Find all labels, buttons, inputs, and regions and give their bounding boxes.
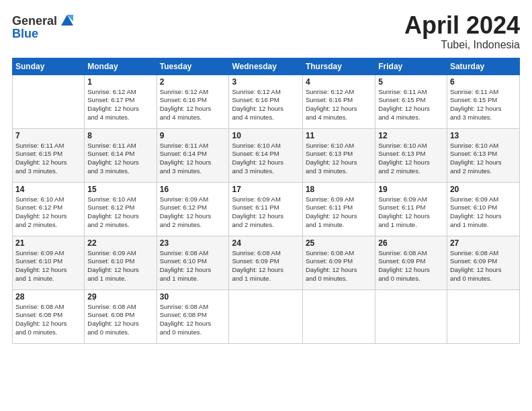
day-number: 3 (232, 77, 299, 87)
table-row: 25Sunrise: 6:08 AMSunset: 6:09 PMDayligh… (302, 236, 375, 289)
table-row: 30Sunrise: 6:08 AMSunset: 6:08 PMDayligh… (157, 289, 229, 343)
table-row: 10Sunrise: 6:10 AMSunset: 6:14 PMDayligh… (229, 128, 302, 182)
col-friday: Friday (375, 58, 447, 75)
calendar-table: Sunday Monday Tuesday Wednesday Thursday… (12, 58, 520, 344)
day-info: Sunrise: 6:08 AMSunset: 6:09 PMDaylight:… (378, 249, 444, 283)
table-row: 13Sunrise: 6:10 AMSunset: 6:13 PMDayligh… (447, 128, 519, 182)
calendar-week-row: 1Sunrise: 6:12 AMSunset: 6:17 PMDaylight… (13, 75, 520, 128)
day-number: 29 (87, 292, 153, 302)
table-row: 7Sunrise: 6:11 AMSunset: 6:15 PMDaylight… (13, 128, 85, 182)
day-info: Sunrise: 6:08 AMSunset: 6:09 PMDaylight:… (232, 249, 299, 283)
calendar-week-row: 28Sunrise: 6:08 AMSunset: 6:08 PMDayligh… (13, 289, 520, 343)
table-row: 17Sunrise: 6:09 AMSunset: 6:11 PMDayligh… (229, 182, 302, 236)
table-row: 1Sunrise: 6:12 AMSunset: 6:17 PMDaylight… (85, 75, 157, 128)
day-number: 18 (306, 185, 372, 194)
day-info: Sunrise: 6:09 AMSunset: 6:12 PMDaylight:… (160, 195, 226, 230)
table-row: 28Sunrise: 6:08 AMSunset: 6:08 PMDayligh… (13, 289, 85, 343)
day-info: Sunrise: 6:10 AMSunset: 6:13 PMDaylight:… (378, 142, 444, 176)
day-info: Sunrise: 6:10 AMSunset: 6:14 PMDaylight:… (232, 142, 299, 176)
logo: General Blue (12, 12, 76, 41)
day-number: 19 (378, 185, 444, 194)
day-info: Sunrise: 6:09 AMSunset: 6:11 PMDaylight:… (378, 195, 444, 230)
table-row: 19Sunrise: 6:09 AMSunset: 6:11 PMDayligh… (375, 182, 447, 236)
table-row: 12Sunrise: 6:10 AMSunset: 6:13 PMDayligh… (375, 128, 447, 182)
calendar-week-row: 14Sunrise: 6:10 AMSunset: 6:12 PMDayligh… (13, 182, 520, 236)
day-number: 26 (378, 238, 444, 248)
table-row: 22Sunrise: 6:09 AMSunset: 6:10 PMDayligh… (85, 236, 157, 289)
table-row: 27Sunrise: 6:08 AMSunset: 6:09 PMDayligh… (447, 236, 519, 289)
day-info: Sunrise: 6:11 AMSunset: 6:15 PMDaylight:… (450, 88, 517, 122)
day-info: Sunrise: 6:08 AMSunset: 6:08 PMDaylight:… (160, 303, 226, 337)
day-number: 25 (306, 238, 372, 248)
day-number: 27 (450, 238, 517, 248)
day-number: 14 (15, 185, 81, 194)
day-info: Sunrise: 6:10 AMSunset: 6:12 PMDaylight:… (87, 195, 153, 230)
table-row: 15Sunrise: 6:10 AMSunset: 6:12 PMDayligh… (85, 182, 157, 236)
day-number: 6 (450, 77, 517, 87)
title-area: April 2024 Tubei, Indonesia (404, 12, 520, 51)
table-row (302, 289, 375, 343)
table-row: 8Sunrise: 6:11 AMSunset: 6:14 PMDaylight… (85, 128, 157, 182)
day-number: 20 (450, 185, 517, 194)
day-info: Sunrise: 6:10 AMSunset: 6:13 PMDaylight:… (450, 142, 517, 176)
table-row: 9Sunrise: 6:11 AMSunset: 6:14 PMDaylight… (157, 128, 229, 182)
table-row: 20Sunrise: 6:09 AMSunset: 6:10 PMDayligh… (447, 182, 519, 236)
logo-general: General (12, 14, 57, 28)
day-number: 1 (87, 77, 153, 87)
logo-blue: Blue (12, 27, 38, 41)
table-row: 23Sunrise: 6:08 AMSunset: 6:10 PMDayligh… (157, 236, 229, 289)
day-info: Sunrise: 6:12 AMSunset: 6:16 PMDaylight:… (232, 88, 299, 122)
table-row (229, 289, 302, 343)
day-number: 22 (87, 238, 153, 248)
day-info: Sunrise: 6:12 AMSunset: 6:16 PMDaylight:… (306, 88, 372, 122)
day-info: Sunrise: 6:08 AMSunset: 6:08 PMDaylight:… (15, 303, 81, 337)
day-info: Sunrise: 6:11 AMSunset: 6:14 PMDaylight:… (87, 142, 153, 176)
table-row (447, 289, 519, 343)
table-row: 16Sunrise: 6:09 AMSunset: 6:12 PMDayligh… (157, 182, 229, 236)
day-info: Sunrise: 6:11 AMSunset: 6:15 PMDaylight:… (15, 142, 81, 176)
table-row: 29Sunrise: 6:08 AMSunset: 6:08 PMDayligh… (85, 289, 157, 343)
title-month: April 2024 (404, 12, 520, 39)
day-info: Sunrise: 6:11 AMSunset: 6:15 PMDaylight:… (378, 88, 444, 122)
day-number: 7 (15, 131, 81, 140)
day-number: 16 (160, 185, 226, 194)
day-number: 11 (306, 131, 372, 140)
day-number: 10 (232, 131, 299, 140)
day-info: Sunrise: 6:10 AMSunset: 6:12 PMDaylight:… (15, 195, 81, 230)
calendar-header-row: Sunday Monday Tuesday Wednesday Thursday… (13, 58, 520, 75)
day-number: 5 (378, 77, 444, 87)
day-info: Sunrise: 6:12 AMSunset: 6:16 PMDaylight:… (160, 88, 226, 122)
day-number: 4 (306, 77, 372, 87)
col-wednesday: Wednesday (229, 58, 302, 75)
day-number: 8 (87, 131, 153, 140)
table-row: 18Sunrise: 6:09 AMSunset: 6:11 PMDayligh… (302, 182, 375, 236)
day-info: Sunrise: 6:09 AMSunset: 6:10 PMDaylight:… (15, 249, 81, 283)
table-row: 11Sunrise: 6:10 AMSunset: 6:13 PMDayligh… (302, 128, 375, 182)
day-info: Sunrise: 6:08 AMSunset: 6:09 PMDaylight:… (450, 249, 517, 283)
day-info: Sunrise: 6:09 AMSunset: 6:11 PMDaylight:… (306, 195, 372, 230)
col-tuesday: Tuesday (157, 58, 229, 75)
table-row: 2Sunrise: 6:12 AMSunset: 6:16 PMDaylight… (157, 75, 229, 128)
title-location: Tubei, Indonesia (404, 39, 520, 51)
day-number: 23 (160, 238, 226, 248)
table-row (375, 289, 447, 343)
day-number: 30 (160, 292, 226, 302)
day-info: Sunrise: 6:12 AMSunset: 6:17 PMDaylight:… (87, 88, 153, 122)
day-info: Sunrise: 6:10 AMSunset: 6:13 PMDaylight:… (306, 142, 372, 176)
day-info: Sunrise: 6:09 AMSunset: 6:10 PMDaylight:… (450, 195, 517, 230)
table-row: 21Sunrise: 6:09 AMSunset: 6:10 PMDayligh… (13, 236, 85, 289)
page: General Blue April 2024 Tubei, Indonesia… (0, 0, 532, 411)
day-number: 21 (15, 238, 81, 248)
table-row: 3Sunrise: 6:12 AMSunset: 6:16 PMDaylight… (229, 75, 302, 128)
calendar-week-row: 7Sunrise: 6:11 AMSunset: 6:15 PMDaylight… (13, 128, 520, 182)
day-info: Sunrise: 6:09 AMSunset: 6:11 PMDaylight:… (232, 195, 299, 230)
header: General Blue April 2024 Tubei, Indonesia (12, 12, 520, 51)
table-row: 24Sunrise: 6:08 AMSunset: 6:09 PMDayligh… (229, 236, 302, 289)
table-row: 14Sunrise: 6:10 AMSunset: 6:12 PMDayligh… (13, 182, 85, 236)
col-sunday: Sunday (13, 58, 85, 75)
col-monday: Monday (85, 58, 157, 75)
table-row: 5Sunrise: 6:11 AMSunset: 6:15 PMDaylight… (375, 75, 447, 128)
day-number: 15 (87, 185, 153, 194)
day-info: Sunrise: 6:08 AMSunset: 6:09 PMDaylight:… (306, 249, 372, 283)
col-saturday: Saturday (447, 58, 519, 75)
